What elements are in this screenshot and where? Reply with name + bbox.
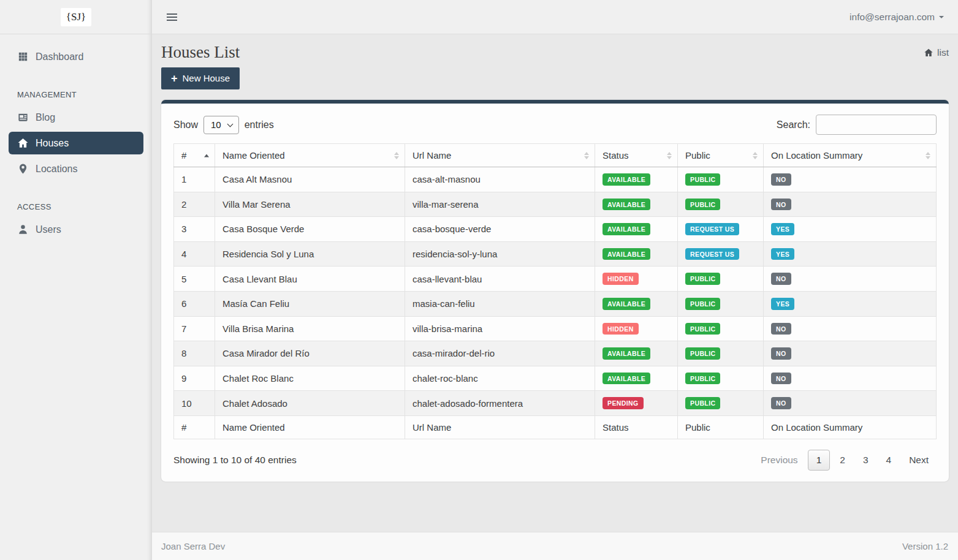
table-header-row: # Name Oriented Url Name Status bbox=[174, 144, 937, 167]
page-title: Houses List bbox=[161, 43, 240, 62]
cell-name: Casa Mirador del Río bbox=[215, 341, 405, 366]
public-badge: PUBLIC bbox=[685, 173, 720, 186]
status-badge: AVAILABLE bbox=[603, 223, 650, 235]
cell-summary: NO bbox=[764, 316, 937, 341]
cell-status: AVAILABLE bbox=[595, 366, 678, 391]
public-badge: REQUEST US bbox=[685, 248, 739, 260]
footer-header-url: Url Name bbox=[405, 415, 595, 439]
houses-table-card: Show 10 entries Search: bbox=[161, 100, 949, 482]
sort-icon bbox=[926, 152, 930, 159]
cell-num: 6 bbox=[174, 291, 215, 316]
table-row: 5 Casa Llevant Blau casa-llevant-blau HI… bbox=[174, 267, 937, 292]
summary-badge: NO bbox=[771, 373, 791, 385]
breadcrumb[interactable]: list bbox=[924, 47, 949, 58]
sidebar-item-houses[interactable]: Houses bbox=[9, 132, 143, 154]
sidebar-item-blog[interactable]: Blog bbox=[0, 105, 152, 130]
cell-summary: YES bbox=[764, 241, 937, 267]
cell-status: AVAILABLE bbox=[595, 291, 678, 316]
new-house-button[interactable]: + New House bbox=[161, 67, 240, 89]
summary-badge: NO bbox=[771, 273, 791, 285]
public-badge: PUBLIC bbox=[685, 373, 720, 385]
cell-name: Casa Bosque Verde bbox=[215, 217, 405, 242]
show-label: Show bbox=[173, 119, 198, 131]
cell-url: casa-mirador-del-rio bbox=[405, 341, 595, 366]
sidebar-item-users[interactable]: Users bbox=[0, 217, 152, 242]
public-badge: REQUEST US bbox=[685, 223, 739, 235]
cell-public: REQUEST US bbox=[678, 217, 764, 242]
footer-header-num: # bbox=[174, 415, 215, 439]
page-length-control: Show 10 entries bbox=[173, 116, 274, 134]
column-header-summary[interactable]: On Location Summary bbox=[764, 144, 937, 167]
public-badge: PUBLIC bbox=[685, 273, 720, 285]
column-header-name[interactable]: Name Oriented bbox=[215, 144, 405, 167]
sidebar-nav: Dashboard MANAGEMENT Blog Houses Locatio… bbox=[0, 34, 152, 242]
pagination-page-4[interactable]: 4 bbox=[878, 450, 900, 470]
table-row: 9 Chalet Roc Blanc chalet-roc-blanc AVAI… bbox=[174, 366, 937, 391]
sidebar-item-locations[interactable]: Locations bbox=[0, 156, 152, 181]
column-header-url[interactable]: Url Name bbox=[405, 144, 595, 167]
summary-badge: YES bbox=[771, 223, 794, 235]
sort-icon bbox=[394, 152, 399, 159]
cell-public: PUBLIC bbox=[678, 391, 764, 416]
cell-public: PUBLIC bbox=[678, 316, 764, 341]
cell-url: casa-llevant-blau bbox=[405, 267, 595, 292]
status-badge: AVAILABLE bbox=[603, 173, 650, 186]
table-row: 7 Villa Brisa Marina villa-brisa-marina … bbox=[174, 316, 937, 341]
page-content: Houses List list + New House Show 10 ent… bbox=[152, 34, 958, 532]
cell-name: Casa Llevant Blau bbox=[215, 267, 405, 292]
table-row: 3 Casa Bosque Verde casa-bosque-verde AV… bbox=[174, 217, 937, 242]
sort-icon bbox=[584, 152, 589, 159]
cell-url: villa-brisa-marina bbox=[405, 316, 595, 341]
footer-author: Joan Serra Dev bbox=[161, 541, 225, 551]
entries-label: entries bbox=[245, 119, 274, 131]
houses-table: # Name Oriented Url Name Status bbox=[173, 143, 937, 439]
cell-url: masia-can-feliu bbox=[405, 291, 595, 316]
column-header-num[interactable]: # bbox=[174, 144, 215, 167]
house-icon bbox=[17, 137, 29, 149]
table-row: 6 Masía Can Feliu masia-can-feliu AVAILA… bbox=[174, 291, 937, 316]
cell-status: HIDDEN bbox=[595, 267, 678, 292]
cell-num: 4 bbox=[174, 241, 215, 267]
cell-public: REQUEST US bbox=[678, 241, 764, 267]
status-badge: AVAILABLE bbox=[603, 248, 650, 260]
summary-badge: YES bbox=[771, 248, 794, 260]
pagination-next[interactable]: Next bbox=[901, 450, 937, 470]
sidebar-item-label: Users bbox=[36, 224, 61, 235]
pagination-page-1[interactable]: 1 bbox=[808, 450, 831, 471]
summary-badge: NO bbox=[771, 323, 791, 335]
cell-status: PENDING bbox=[595, 391, 678, 416]
cell-summary: NO bbox=[764, 366, 937, 391]
public-badge: PUBLIC bbox=[685, 347, 720, 360]
search-input[interactable] bbox=[816, 115, 937, 135]
sidebar-item-dashboard[interactable]: Dashboard bbox=[0, 44, 152, 69]
newspaper-icon bbox=[17, 112, 29, 123]
sidebar-item-label: Locations bbox=[36, 164, 78, 175]
table-row: 8 Casa Mirador del Río casa-mirador-del-… bbox=[174, 341, 937, 366]
footer-header-status: Status bbox=[595, 415, 678, 439]
cell-status: AVAILABLE bbox=[595, 167, 678, 192]
status-badge: AVAILABLE bbox=[603, 373, 650, 385]
chevron-down-icon bbox=[939, 16, 944, 18]
pagination-previous[interactable]: Previous bbox=[753, 450, 805, 470]
menu-toggle-icon[interactable] bbox=[165, 11, 178, 23]
cell-name: Villa Mar Serena bbox=[215, 192, 405, 217]
cell-public: PUBLIC bbox=[678, 267, 764, 292]
cell-status: AVAILABLE bbox=[595, 341, 678, 366]
pagination-page-3[interactable]: 3 bbox=[855, 450, 876, 470]
cell-status: AVAILABLE bbox=[595, 241, 678, 267]
column-header-status[interactable]: Status bbox=[595, 144, 678, 167]
status-badge: AVAILABLE bbox=[603, 347, 650, 360]
user-menu[interactable]: info@serrajoan.com bbox=[850, 12, 944, 23]
brand[interactable]: {SJ} bbox=[0, 0, 152, 34]
entries-info: Showing 1 to 10 of 40 entries bbox=[173, 455, 297, 466]
column-header-public[interactable]: Public bbox=[678, 144, 764, 167]
status-badge: AVAILABLE bbox=[603, 199, 650, 211]
table-footer-row: # Name Oriented Url Name Status Public O… bbox=[174, 415, 937, 439]
pagination-page-2[interactable]: 2 bbox=[832, 450, 853, 470]
cell-summary: NO bbox=[764, 167, 937, 192]
cell-name: Masía Can Feliu bbox=[215, 291, 405, 316]
cell-url: chalet-roc-blanc bbox=[405, 366, 595, 391]
footer-version: Version 1.2 bbox=[902, 541, 948, 551]
cell-summary: NO bbox=[764, 341, 937, 366]
page-length-select[interactable]: 10 bbox=[203, 116, 239, 134]
